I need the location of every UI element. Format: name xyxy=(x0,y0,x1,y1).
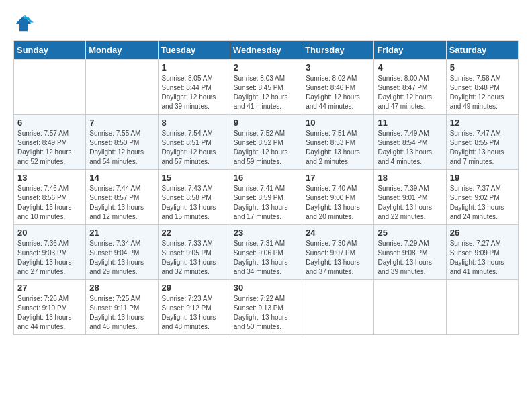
header-cell-wednesday: Wednesday xyxy=(230,41,302,60)
day-number: 1 xyxy=(162,62,226,73)
day-cell: 5Sunrise: 7:58 AMSunset: 8:48 PMDaylight… xyxy=(446,60,518,115)
day-cell: 3Sunrise: 8:02 AMSunset: 8:46 PMDaylight… xyxy=(302,60,374,115)
day-number: 20 xyxy=(17,228,82,238)
header-cell-friday: Friday xyxy=(374,41,446,60)
calendar-table: SundayMondayTuesdayWednesdayThursdayFrid… xyxy=(13,40,519,335)
day-number: 15 xyxy=(162,173,226,183)
day-cell: 2Sunrise: 8:03 AMSunset: 8:45 PMDaylight… xyxy=(230,60,302,115)
day-cell xyxy=(302,280,374,335)
day-info: Sunrise: 7:26 AMSunset: 9:10 PMDaylight:… xyxy=(17,294,82,332)
day-info: Sunrise: 7:51 AMSunset: 8:53 PMDaylight:… xyxy=(306,129,370,167)
day-number: 11 xyxy=(378,118,442,128)
day-cell: 25Sunrise: 7:29 AMSunset: 9:08 PMDayligh… xyxy=(374,225,446,280)
day-info: Sunrise: 8:00 AMSunset: 8:47 PMDaylight:… xyxy=(378,74,442,111)
day-cell: 20Sunrise: 7:36 AMSunset: 9:03 PMDayligh… xyxy=(14,225,86,280)
day-number: 17 xyxy=(306,173,370,183)
day-number: 2 xyxy=(234,62,298,73)
week-row-1: 1Sunrise: 8:05 AMSunset: 8:44 PMDaylight… xyxy=(14,60,519,115)
day-cell xyxy=(446,280,518,335)
day-info: Sunrise: 7:54 AMSunset: 8:51 PMDaylight:… xyxy=(162,129,226,167)
day-cell: 11Sunrise: 7:49 AMSunset: 8:54 PMDayligh… xyxy=(374,115,446,170)
day-cell: 19Sunrise: 7:37 AMSunset: 9:02 PMDayligh… xyxy=(446,170,518,225)
logo xyxy=(13,13,36,34)
day-number: 13 xyxy=(17,173,82,183)
day-cell: 21Sunrise: 7:34 AMSunset: 9:04 PMDayligh… xyxy=(86,225,158,280)
day-info: Sunrise: 7:44 AMSunset: 8:57 PMDaylight:… xyxy=(89,184,154,222)
day-cell: 22Sunrise: 7:33 AMSunset: 9:05 PMDayligh… xyxy=(158,225,230,280)
day-number: 16 xyxy=(234,173,298,183)
day-cell: 10Sunrise: 7:51 AMSunset: 8:53 PMDayligh… xyxy=(302,115,374,170)
day-number: 18 xyxy=(378,173,442,183)
day-number: 24 xyxy=(306,228,370,238)
week-row-3: 13Sunrise: 7:46 AMSunset: 8:56 PMDayligh… xyxy=(14,170,519,225)
day-info: Sunrise: 8:05 AMSunset: 8:44 PMDaylight:… xyxy=(162,74,226,111)
day-cell: 14Sunrise: 7:44 AMSunset: 8:57 PMDayligh… xyxy=(86,170,158,225)
day-number: 6 xyxy=(17,118,82,128)
day-info: Sunrise: 7:46 AMSunset: 8:56 PMDaylight:… xyxy=(17,184,82,222)
day-info: Sunrise: 7:29 AMSunset: 9:08 PMDaylight:… xyxy=(378,239,442,277)
day-info: Sunrise: 8:03 AMSunset: 8:45 PMDaylight:… xyxy=(234,74,298,111)
day-number: 19 xyxy=(450,173,515,183)
header xyxy=(13,13,519,34)
day-info: Sunrise: 7:43 AMSunset: 8:58 PMDaylight:… xyxy=(162,184,226,222)
day-cell: 18Sunrise: 7:39 AMSunset: 9:01 PMDayligh… xyxy=(374,170,446,225)
day-number: 28 xyxy=(89,283,154,293)
day-cell: 7Sunrise: 7:55 AMSunset: 8:50 PMDaylight… xyxy=(86,115,158,170)
day-cell: 1Sunrise: 8:05 AMSunset: 8:44 PMDaylight… xyxy=(158,60,230,115)
day-number: 21 xyxy=(89,228,154,238)
day-cell xyxy=(14,60,86,115)
day-info: Sunrise: 7:34 AMSunset: 9:04 PMDaylight:… xyxy=(89,239,154,277)
header-cell-monday: Monday xyxy=(86,41,158,60)
header-cell-saturday: Saturday xyxy=(446,41,518,60)
day-number: 10 xyxy=(306,118,370,128)
day-number: 12 xyxy=(450,118,515,128)
day-cell: 23Sunrise: 7:31 AMSunset: 9:06 PMDayligh… xyxy=(230,225,302,280)
day-info: Sunrise: 7:37 AMSunset: 9:02 PMDaylight:… xyxy=(450,184,515,222)
day-number: 8 xyxy=(162,118,226,128)
day-cell: 28Sunrise: 7:25 AMSunset: 9:11 PMDayligh… xyxy=(86,280,158,335)
day-number: 30 xyxy=(234,283,298,293)
day-info: Sunrise: 7:58 AMSunset: 8:48 PMDaylight:… xyxy=(450,74,515,111)
day-number: 25 xyxy=(378,228,442,238)
day-number: 7 xyxy=(89,118,154,128)
day-info: Sunrise: 7:40 AMSunset: 9:00 PMDaylight:… xyxy=(306,184,370,222)
day-number: 22 xyxy=(162,228,226,238)
day-info: Sunrise: 7:30 AMSunset: 9:07 PMDaylight:… xyxy=(306,239,370,277)
day-number: 29 xyxy=(162,283,226,293)
day-cell: 8Sunrise: 7:54 AMSunset: 8:51 PMDaylight… xyxy=(158,115,230,170)
day-number: 4 xyxy=(378,62,442,73)
week-row-5: 27Sunrise: 7:26 AMSunset: 9:10 PMDayligh… xyxy=(14,280,519,335)
logo-icon xyxy=(13,13,34,34)
day-cell: 4Sunrise: 8:00 AMSunset: 8:47 PMDaylight… xyxy=(374,60,446,115)
day-cell: 24Sunrise: 7:30 AMSunset: 9:07 PMDayligh… xyxy=(302,225,374,280)
day-number: 26 xyxy=(450,228,515,238)
day-info: Sunrise: 7:31 AMSunset: 9:06 PMDaylight:… xyxy=(234,239,298,277)
day-cell: 13Sunrise: 7:46 AMSunset: 8:56 PMDayligh… xyxy=(14,170,86,225)
day-cell: 6Sunrise: 7:57 AMSunset: 8:49 PMDaylight… xyxy=(14,115,86,170)
day-info: Sunrise: 7:27 AMSunset: 9:09 PMDaylight:… xyxy=(450,239,515,277)
day-info: Sunrise: 7:47 AMSunset: 8:55 PMDaylight:… xyxy=(450,129,515,167)
header-row: SundayMondayTuesdayWednesdayThursdayFrid… xyxy=(14,41,519,60)
day-info: Sunrise: 8:02 AMSunset: 8:46 PMDaylight:… xyxy=(306,74,370,111)
day-number: 3 xyxy=(306,62,370,73)
day-cell: 12Sunrise: 7:47 AMSunset: 8:55 PMDayligh… xyxy=(446,115,518,170)
day-cell: 29Sunrise: 7:23 AMSunset: 9:12 PMDayligh… xyxy=(158,280,230,335)
day-number: 9 xyxy=(234,118,298,128)
day-number: 5 xyxy=(450,62,515,73)
day-cell xyxy=(86,60,158,115)
header-cell-thursday: Thursday xyxy=(302,41,374,60)
day-info: Sunrise: 7:25 AMSunset: 9:11 PMDaylight:… xyxy=(89,294,154,332)
day-info: Sunrise: 7:22 AMSunset: 9:13 PMDaylight:… xyxy=(234,294,298,332)
day-info: Sunrise: 7:49 AMSunset: 8:54 PMDaylight:… xyxy=(378,129,442,167)
day-cell: 17Sunrise: 7:40 AMSunset: 9:00 PMDayligh… xyxy=(302,170,374,225)
day-info: Sunrise: 7:33 AMSunset: 9:05 PMDaylight:… xyxy=(162,239,226,277)
day-cell xyxy=(374,280,446,335)
day-number: 14 xyxy=(89,173,154,183)
day-info: Sunrise: 7:36 AMSunset: 9:03 PMDaylight:… xyxy=(17,239,82,277)
day-cell: 26Sunrise: 7:27 AMSunset: 9:09 PMDayligh… xyxy=(446,225,518,280)
day-cell: 15Sunrise: 7:43 AMSunset: 8:58 PMDayligh… xyxy=(158,170,230,225)
day-number: 27 xyxy=(17,283,82,293)
day-info: Sunrise: 7:52 AMSunset: 8:52 PMDaylight:… xyxy=(234,129,298,167)
day-number: 23 xyxy=(234,228,298,238)
day-cell: 27Sunrise: 7:26 AMSunset: 9:10 PMDayligh… xyxy=(14,280,86,335)
